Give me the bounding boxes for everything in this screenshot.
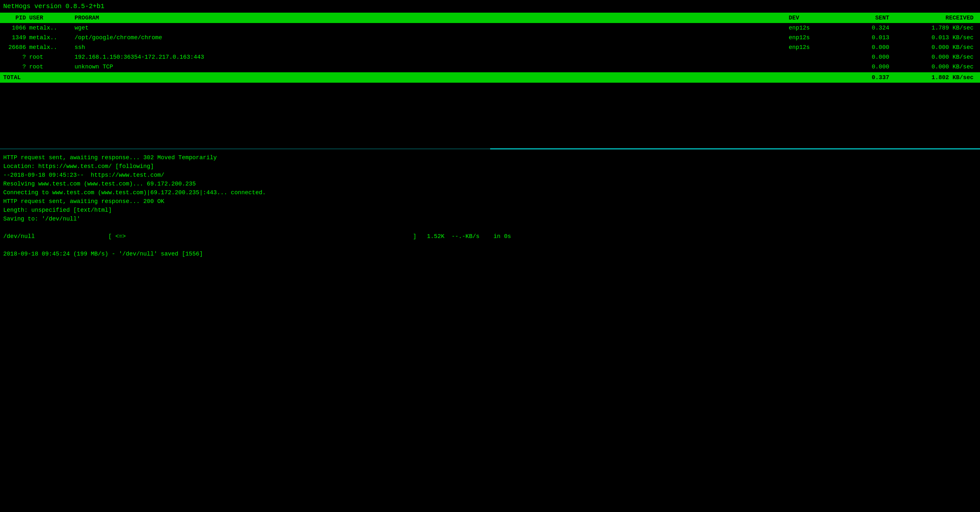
terminal-line [3,223,977,232]
table-row: 26686 metalx.. ssh enp12s 0.000 0.000 KB… [0,43,980,52]
cell-sent: 0.000 [837,44,896,51]
cell-dev: enp12s [789,44,837,51]
header-user: USER [29,14,75,21]
header-program: PROGRAM [75,14,789,21]
cell-sent: 0.000 [837,54,896,60]
cell-program: /opt/google/chrome/chrome [75,34,789,41]
table-row: 1066 metalx.. wget enp12s 0.324 1.789 KB… [0,23,980,33]
table-header: PID USER PROGRAM DEV SENT RECEIVED [0,13,980,23]
table-row: ? root 192.168.1.150:36354-172.217.0.163… [0,52,980,62]
cell-received: 1.789 KB/sec [896,25,977,31]
terminal-line: Length: unspecified [text/html] [3,206,977,215]
header-received: RECEIVED [896,14,977,21]
terminal-line: 2018-09-18 09:45:24 (199 MB/s) - '/dev/n… [3,250,977,258]
cell-received: 0.000 KB/sec [896,44,977,51]
table-row: 1349 metalx.. /opt/google/chrome/chrome … [0,33,980,43]
cell-received: 0.013 KB/sec [896,34,977,41]
cell-pid: 26686 [3,44,29,51]
terminal-line: HTTP request sent, awaiting response... … [3,153,977,162]
terminal-line: Location: https://www.test.com/ [followi… [3,162,977,171]
cell-pid: 1349 [3,34,29,41]
header-dev: DEV [789,14,837,21]
cell-dev [789,64,837,70]
terminal-line: Resolving www.test.com (www.test.com)...… [3,180,977,188]
total-label: TOTAL [3,74,837,81]
cell-program: 192.168.1.150:36354-172.217.0.163:443 [75,54,789,60]
header-sent: SENT [837,14,896,21]
terminal-line: /dev/null [ <=> ] 1.52K --.-KB/s in 0s [3,232,977,241]
table-body: 1066 metalx.. wget enp12s 0.324 1.789 KB… [0,23,980,72]
total-sent: 0.337 [837,74,896,81]
cell-pid: 1066 [3,25,29,31]
cell-program: unknown TCP [75,64,789,70]
cell-program: ssh [75,44,789,51]
terminal-line [3,241,977,250]
terminal-line: Connecting to www.test.com (www.test.com… [3,188,977,197]
empty-space [0,83,980,148]
cell-sent: 0.324 [837,25,896,31]
cell-dev [789,54,837,60]
cell-user: root [29,54,75,60]
terminal-output: HTTP request sent, awaiting response... … [0,150,980,262]
cell-dev: enp12s [789,25,837,31]
cell-received: 0.000 KB/sec [896,64,977,70]
header-pid: PID [3,14,29,21]
table-row: ? root unknown TCP 0.000 0.000 KB/sec [0,62,980,72]
total-received: 1.802 KB/sec [896,74,977,81]
terminal-line: Saving to: '/dev/null' [3,215,977,223]
total-row: TOTAL 0.337 1.802 KB/sec [0,72,980,83]
cell-sent: 0.013 [837,34,896,41]
cell-user: metalx.. [29,34,75,41]
nethogs-title: NetHogs version 0.8.5-2+b1 [0,0,980,13]
cell-pid: ? [3,54,29,60]
cell-user: root [29,64,75,70]
terminal-line: HTTP request sent, awaiting response... … [3,197,977,206]
scrollbar-thumb[interactable] [490,148,980,149]
cell-user: metalx.. [29,44,75,51]
cell-sent: 0.000 [837,64,896,70]
cell-user: metalx.. [29,25,75,31]
cell-received: 0.000 KB/sec [896,54,977,60]
cell-program: wget [75,25,789,31]
terminal-line: --2018-09-18 09:45:23-- https://www.test… [3,171,977,180]
cell-pid: ? [3,64,29,70]
scrollbar-track [0,148,980,149]
cell-dev: enp12s [789,34,837,41]
scrollbar-area[interactable] [0,148,980,150]
